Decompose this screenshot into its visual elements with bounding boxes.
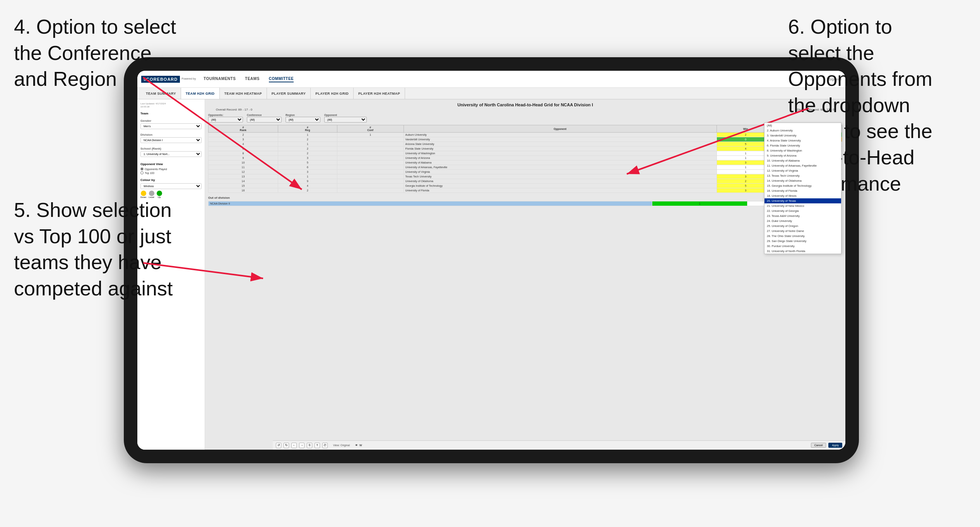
cell-opponent: University of Florida: [404, 188, 717, 193]
grid-title: University of North Carolina Head-to-Hea…: [208, 102, 842, 107]
filter-conference: Conference (All): [247, 114, 282, 123]
dropdown-item-arizona_state[interactable]: 4. Arizona State University: [765, 138, 841, 143]
cell-reg: 4: [278, 184, 337, 188]
dropdown-item-georgia_tech[interactable]: 15. Georgia Institute of Technology: [765, 183, 841, 188]
col-conf: #Conf: [337, 125, 404, 133]
cell-opponent: Arizona State University: [404, 142, 717, 147]
table-row: 15 4 Georgia Institute of Technology 5 1: [209, 184, 842, 188]
sub-nav-h2h-heatmap[interactable]: TEAM H2H HEATMAP: [220, 88, 267, 99]
toolbar-copy[interactable]: ⎘: [307, 443, 312, 448]
out-div-win: 1: [652, 201, 747, 206]
sub-nav: TEAM SUMMARY TEAM H2H GRID TEAM H2H HEAT…: [137, 88, 845, 99]
cell-opponent: Auburn University: [404, 133, 717, 137]
dropdown-item-washington[interactable]: 8. University of Washington: [765, 148, 841, 153]
table-row: 13 1 Texas Tech University 3 0: [209, 174, 842, 179]
dropdown-item-notre_dame[interactable]: 27. University of Notre Dame: [765, 229, 841, 234]
cell-reg: 2: [278, 137, 337, 142]
radio-top100[interactable]: Top 100: [140, 171, 202, 174]
record-row: Overall Record: 89 - 17 - 0 Division Rec…: [208, 108, 842, 111]
dropdown-item-georgia[interactable]: 22. University of Georgia: [765, 208, 841, 213]
toolbar-back[interactable]: ←: [291, 443, 297, 448]
toolbar-undo[interactable]: ↺: [276, 443, 281, 448]
cell-conf: [337, 151, 404, 156]
sub-nav-player-h2h-heatmap[interactable]: PLAYER H2H HEATMAP: [354, 88, 405, 99]
sidebar-gender-section: Gender Men's: [140, 119, 202, 129]
table-row: 8 2 University of Washington 1 0: [209, 151, 842, 156]
toolbar-clock[interactable]: ⏱: [322, 443, 328, 448]
tablet-screen: 5COREBOARD Powered by TOURNAMENTS TEAMS …: [137, 71, 845, 450]
dropdown-item-texas[interactable]: 20. University of Texas: [765, 198, 841, 203]
toolbar-forward[interactable]: →: [299, 443, 304, 448]
dropdown-item-duke[interactable]: 24. Duke University: [765, 218, 841, 223]
dropdown-item-san_diego[interactable]: 29. San Diego State University: [765, 239, 841, 244]
cell-reg: 9: [278, 179, 337, 184]
dropdown-item-florida_state[interactable]: 6. Florida State University: [765, 143, 841, 148]
sidebar-gender-select[interactable]: Men's: [140, 123, 202, 129]
cell-rank: 12: [209, 170, 278, 174]
radio-top100-label: Top 100: [145, 172, 154, 174]
cell-rank: 10: [209, 160, 278, 165]
dropdown-item-purdue[interactable]: 30. Purdue University: [765, 244, 841, 249]
dropdown-item-alabama[interactable]: 10. University of Alabama: [765, 158, 841, 163]
dropdown-item-virginia[interactable]: 12. University of Virginia: [765, 168, 841, 173]
sidebar-school-select[interactable]: 1. University of Nort...: [140, 151, 202, 157]
content-area: University of North Carolina Head-to-Hea…: [205, 99, 845, 450]
cell-conf: [337, 142, 404, 147]
cell-conf: [337, 188, 404, 193]
sub-nav-player-h2h-grid[interactable]: PLAYER H2H GRID: [311, 88, 354, 99]
dropdown-item-arkansas[interactable]: 11. University of Arkansas, Fayetteville: [765, 163, 841, 168]
nav-teams[interactable]: TEAMS: [245, 76, 260, 82]
dropdown-item-oregon[interactable]: 25. University of Oregon: [765, 223, 841, 229]
cell-conf: [337, 165, 404, 170]
toolbar-redo[interactable]: ↻: [284, 443, 289, 448]
cell-conf: [337, 179, 404, 184]
dropdown-item-auburn[interactable]: 2. Auburn University: [765, 128, 841, 133]
dropdown-item-vanderbilt[interactable]: 3. Vanderbilt University: [765, 133, 841, 138]
dropdown-item-texas_tech[interactable]: 13. Texas Tech University: [765, 173, 841, 178]
apply-button[interactable]: Apply: [828, 443, 842, 448]
cancel-button[interactable]: Cancel: [811, 443, 826, 448]
nav-committee[interactable]: COMMITTEE: [269, 76, 294, 82]
radio-top100-dot: [140, 171, 144, 174]
sidebar-division-select[interactable]: NCAA Division I: [140, 137, 202, 143]
dropdown-item-new_mexico[interactable]: 21. University of New Mexico: [765, 203, 841, 208]
cell-opponent: University of Arizona: [404, 156, 717, 160]
cell-rank: 13: [209, 174, 278, 179]
filter-opponents-select[interactable]: (All): [208, 117, 243, 123]
cell-conf: [337, 174, 404, 179]
dropdown-item-arizona[interactable]: 9. University of Arizona: [765, 153, 841, 158]
dropdown-item-illinois[interactable]: 18. University of Illinois: [765, 193, 841, 198]
dropdown-item-oklahoma[interactable]: 14. University of Oklahoma: [765, 178, 841, 183]
filter-region-select[interactable]: (All): [286, 117, 320, 123]
sidebar-school-label: School (Rank): [140, 147, 202, 150]
filter-conference-select[interactable]: (All): [247, 117, 282, 123]
toolbar-format[interactable]: T: [315, 443, 320, 448]
cell-conf: 1: [337, 133, 404, 137]
dropdown-item-tennessee[interactable]: 28. The Ohio State University: [765, 234, 841, 239]
dropdown-item-florida[interactable]: 16. University of Florida: [765, 188, 841, 193]
filter-opponent-select[interactable]: (All): [324, 117, 367, 123]
annotation-top-left: 4. Option to select the Conference and R…: [14, 14, 207, 92]
cell-reg: 1: [278, 142, 337, 147]
dropdown-item-all[interactable]: (All): [765, 123, 841, 128]
cell-reg: 5: [278, 160, 337, 165]
filter-opponents: Opponents: (All): [208, 114, 243, 123]
legend-level-dot: [149, 191, 154, 196]
out-of-division: Out of division NCAA Division II 1 0: [208, 196, 842, 206]
cell-rank: 11: [209, 165, 278, 170]
table-row: 14 9 University of Oklahoma 2 2: [209, 179, 842, 184]
toolbar: ↺ ↻ ← → ⎘ T ⏱ View: Original 👁 W Cancel …: [273, 440, 845, 450]
col-rank: #Rank: [209, 125, 278, 133]
opponent-dropdown[interactable]: (All)2. Auburn University3. Vanderbilt U…: [764, 123, 841, 254]
colour-by-select[interactable]: Win/loss: [140, 183, 202, 189]
dropdown-item-north_florida[interactable]: 31. University of North Florida: [765, 249, 841, 254]
radio-opponents-played[interactable]: Opponents Played: [140, 167, 202, 171]
filter-row: Opponents: (All) Conference (All) Region: [208, 114, 842, 123]
sidebar-division-label: Division: [140, 133, 202, 136]
toolbar-eye: 👁 W: [355, 444, 362, 447]
dropdown-item-texas_am[interactable]: 23. Texas A&M University: [765, 213, 841, 218]
nav-tournaments[interactable]: TOURNAMENTS: [204, 76, 236, 82]
sub-nav-player-summary[interactable]: PLAYER SUMMARY: [267, 88, 311, 99]
filter-region: Region (All): [286, 114, 320, 123]
sidebar-team-section: Team: [140, 112, 202, 115]
